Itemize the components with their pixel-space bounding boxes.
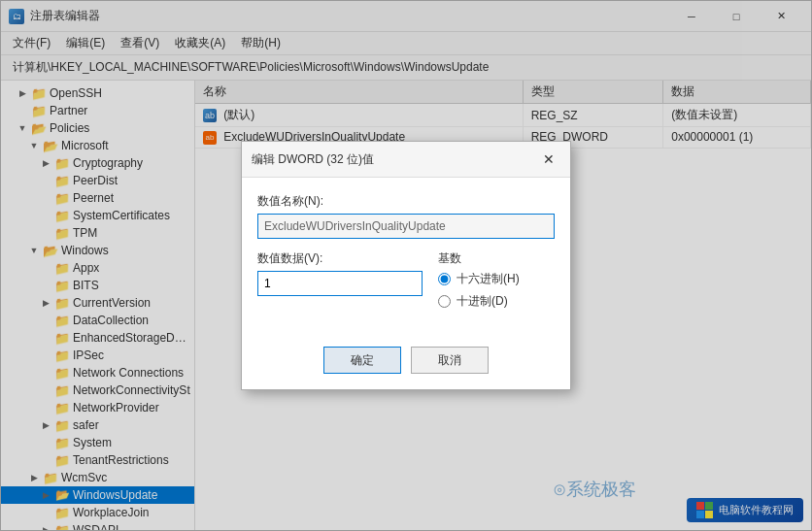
dialog-data-input[interactable] — [257, 271, 423, 296]
dialog-name-label: 数值名称(N): — [257, 193, 555, 210]
dialog-data-col: 数值数据(V): — [257, 250, 423, 310]
radio-dec-label: 十进制(D) — [457, 293, 508, 310]
radio-dec-input[interactable] — [438, 295, 451, 308]
dialog-ok-button[interactable]: 确定 — [323, 347, 401, 374]
radio-dec-item[interactable]: 十进制(D) — [438, 293, 555, 310]
dialog-dword: 编辑 DWORD (32 位)值 ✕ 数值名称(N): 数值数据(V): — [241, 141, 571, 390]
dialog-data-label: 数值数据(V): — [257, 250, 423, 267]
dialog-title: 编辑 DWORD (32 位)值 — [252, 151, 374, 168]
dialog-name-field: 数值名称(N): — [257, 193, 555, 239]
dialog-base-col: 基数 十六进制(H) 十进制(D) — [438, 250, 555, 310]
radio-hex-input[interactable] — [438, 273, 451, 285]
dialog-radio-group: 十六进制(H) 十进制(D) — [438, 271, 555, 310]
dialog-data-row: 数值数据(V): 基数 十六进制(H) 十进制(D) — [257, 250, 555, 310]
dialog-close-button[interactable]: ✕ — [537, 148, 560, 171]
dialog-footer: 确定 取消 — [242, 337, 570, 389]
main-window: 🗂 注册表编辑器 ─ □ ✕ 文件(F) 编辑(E) 查看(V) 收藏夹(A) … — [0, 0, 812, 531]
dialog-body: 数值名称(N): 数值数据(V): 基数 十六进制(H) — [242, 178, 570, 337]
radio-hex-item[interactable]: 十六进制(H) — [438, 271, 555, 287]
dialog-cancel-button[interactable]: 取消 — [411, 347, 489, 374]
dialog-base-label: 基数 — [438, 250, 555, 267]
dialog-title-bar: 编辑 DWORD (32 位)值 ✕ — [242, 142, 570, 178]
dialog-name-input[interactable] — [257, 214, 555, 239]
modal-overlay: 编辑 DWORD (32 位)值 ✕ 数值名称(N): 数值数据(V): — [1, 1, 811, 530]
radio-hex-label: 十六进制(H) — [457, 271, 520, 287]
